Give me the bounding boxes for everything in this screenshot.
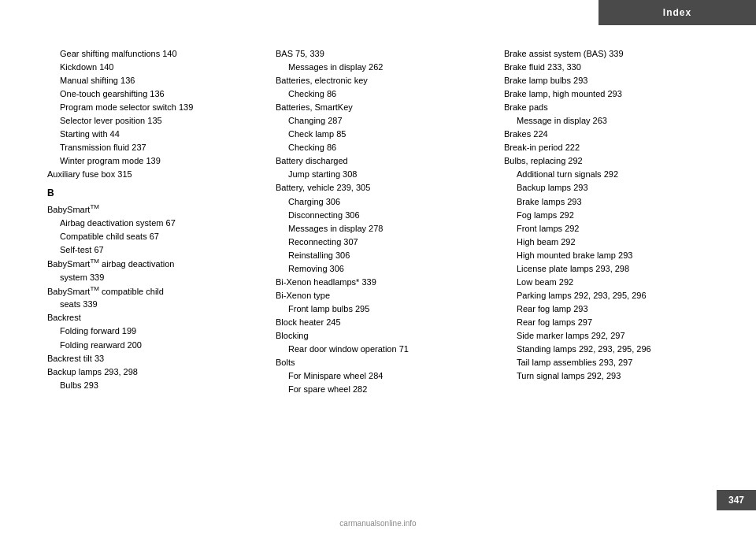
- index-entry: Rear fog lamps 297: [504, 316, 709, 329]
- index-entry: Reinstalling 306: [276, 249, 480, 262]
- index-entry: Message in display 263: [504, 114, 709, 128]
- index-entry: Selector lever position 135: [47, 114, 252, 128]
- index-entry: Tail lamp assemblies 293, 297: [504, 356, 709, 369]
- index-entry: High mounted brake lamp 293: [504, 249, 709, 262]
- index-entry: system 339: [47, 271, 252, 284]
- index-entry: Airbag deactivation system 67: [47, 217, 252, 230]
- index-entry: BAS 75, 339: [276, 47, 480, 61]
- header-title: Index: [663, 7, 691, 18]
- index-column-2: BAS 75, 339Messages in display 262Batter…: [276, 47, 480, 487]
- index-entry: High beam 292: [504, 235, 709, 249]
- index-entry: Messages in display 262: [276, 61, 480, 74]
- index-entry: Backrest: [47, 311, 252, 324]
- index-entry: Backrest tilt 33: [47, 352, 252, 365]
- index-entry: Brake pads: [504, 101, 709, 114]
- index-entry: Bulbs, replacing 292: [504, 154, 709, 168]
- index-entry: Parking lamps 292, 293, 295, 296: [504, 289, 709, 302]
- index-entry: Bi-Xenon headlamps* 339: [276, 276, 480, 289]
- page-container: Index Gear shifting malfunctions 140Kick…: [0, 0, 756, 534]
- index-entry: Batteries, electronic key: [276, 74, 480, 87]
- index-entry: Brake fluid 233, 330: [504, 61, 709, 74]
- index-entry: Battery, vehicle 239, 305: [276, 181, 480, 195]
- index-entry: Checking 86: [276, 87, 480, 101]
- header-bar: Index: [598, 0, 756, 25]
- index-entry: Bulbs 293: [47, 379, 252, 392]
- index-entry: Messages in display 278: [276, 222, 480, 235]
- index-entry: Side marker lamps 292, 297: [504, 329, 709, 343]
- index-entry: Removing 306: [276, 262, 480, 276]
- index-entry: BabySmartTM: [47, 202, 252, 217]
- index-entry: Checking 86: [276, 141, 480, 154]
- index-entry: Backup lamps 293, 298: [47, 365, 252, 379]
- index-entry: Jump starting 308: [276, 168, 480, 181]
- index-entry: Blocking: [276, 329, 480, 343]
- index-entry: Turn signal lamps 292, 293: [504, 369, 709, 383]
- index-entry: License plate lamps 293, 298: [504, 262, 709, 276]
- index-entry: Brakes 224: [504, 128, 709, 141]
- index-entry: Additional turn signals 292: [504, 168, 709, 181]
- index-entry: Brake lamps 293: [504, 195, 709, 209]
- index-entry: B: [47, 186, 252, 201]
- index-entry: Folding rearward 200: [47, 339, 252, 352]
- index-entry: Batteries, SmartKey: [276, 101, 480, 114]
- index-entry: seats 339: [47, 298, 252, 311]
- index-entry: Front lamps 292: [504, 222, 709, 235]
- index-entry: Check lamp 85: [276, 128, 480, 141]
- index-entry: Standing lamps 292, 293, 295, 296: [504, 343, 709, 356]
- index-column-1: Gear shifting malfunctions 140Kickdown 1…: [47, 47, 252, 487]
- index-entry: Block heater 245: [276, 316, 480, 329]
- index-entry: Folding forward 199: [47, 324, 252, 338]
- index-entry: Bi-Xenon type: [276, 289, 480, 302]
- index-entry: Program mode selector switch 139: [47, 101, 252, 114]
- index-entry: Kickdown 140: [47, 61, 252, 74]
- index-entry: Front lamp bulbs 295: [276, 302, 480, 316]
- index-entry: Transmission fluid 237: [47, 141, 252, 154]
- index-entry: Changing 287: [276, 114, 480, 128]
- index-entry: For Minispare wheel 284: [276, 369, 480, 383]
- index-entry: Gear shifting malfunctions 140: [47, 47, 252, 61]
- index-entry: Self-test 67: [47, 243, 252, 257]
- index-entry: Starting with 44: [47, 128, 252, 141]
- index-entry: Brake lamp bulbs 293: [504, 74, 709, 87]
- index-entry: Compatible child seats 67: [47, 230, 252, 243]
- index-entry: Charging 306: [276, 195, 480, 209]
- page-number-box: 347: [717, 490, 756, 510]
- index-entry: Battery discharged: [276, 154, 480, 168]
- index-entry: Backup lamps 293: [504, 181, 709, 195]
- watermark: carmanualsonline.info: [339, 519, 416, 528]
- index-entry: Auxiliary fuse box 315: [47, 168, 252, 181]
- index-entry: Reconnecting 307: [276, 235, 480, 249]
- index-entry: For spare wheel 282: [276, 383, 480, 396]
- index-entry: Disconnecting 306: [276, 209, 480, 222]
- page-number: 347: [728, 495, 744, 506]
- index-entry: Bolts: [276, 356, 480, 369]
- index-entry: Rear fog lamp 293: [504, 302, 709, 316]
- index-entry: Brake lamp, high mounted 293: [504, 87, 709, 101]
- index-entry: BabySmartTM compatible child: [47, 284, 252, 299]
- index-entry: Brake assist system (BAS) 339: [504, 47, 709, 61]
- content-area: Gear shifting malfunctions 140Kickdown 1…: [47, 47, 709, 487]
- index-entry: Winter program mode 139: [47, 154, 252, 168]
- index-entry: Break-in period 222: [504, 141, 709, 154]
- index-entry: Low beam 292: [504, 276, 709, 289]
- index-entry: BabySmartTM airbag deactivation: [47, 257, 252, 271]
- index-entry: Rear door window operation 71: [276, 343, 480, 356]
- index-column-3: Brake assist system (BAS) 339Brake fluid…: [504, 47, 709, 487]
- index-entry: One-touch gearshifting 136: [47, 87, 252, 101]
- index-entry: Manual shifting 136: [47, 74, 252, 87]
- index-entry: Fog lamps 292: [504, 209, 709, 222]
